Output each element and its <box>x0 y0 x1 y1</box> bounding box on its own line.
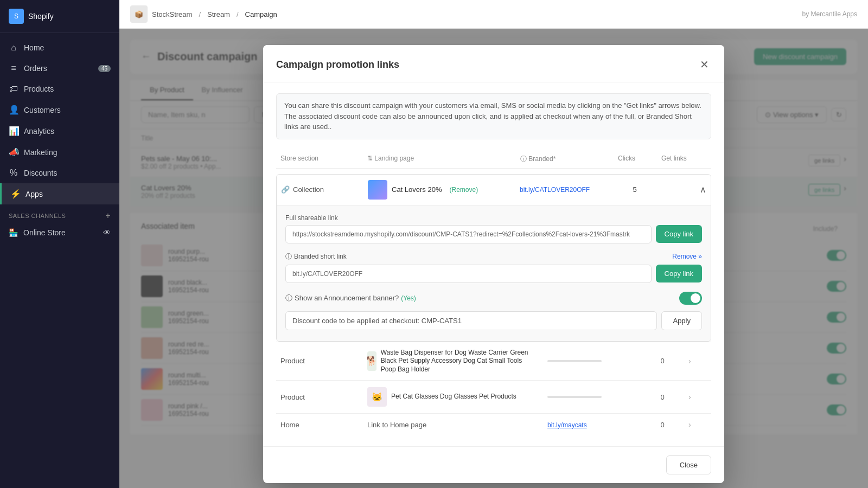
by-mercantile: by Mercantile Apps <box>802 10 857 18</box>
product-progress-1 <box>543 360 641 362</box>
home-clicks: 0 <box>641 421 684 429</box>
get-links-col: ∧ <box>656 184 711 195</box>
chevron-up-button[interactable]: ∧ <box>700 184 706 195</box>
marketing-icon: 📣 <box>9 147 18 157</box>
sidebar-item-label: Orders <box>24 64 47 73</box>
landing-page-col: Cat Lovers 20% (Remove) <box>363 180 515 200</box>
modal-footer: Close <box>263 446 724 483</box>
logo-icon: S <box>9 9 24 24</box>
sidebar-logo: S Shopify <box>0 0 119 33</box>
modal-header: Campaign promotion links ✕ <box>263 45 724 82</box>
discount-code-row: Apply <box>285 311 702 330</box>
sidebar: S Shopify ⌂ Home ≡ Orders 45 🏷 Products … <box>0 0 119 488</box>
promo-table-header: Store section ⇅ Landing page ⓘ Branded* … <box>276 150 711 169</box>
copy-branded-link-button[interactable]: Copy link <box>656 265 702 282</box>
full-link-input-row: Copy link <box>285 225 702 243</box>
sidebar-item-analytics[interactable]: 📊 Analytics <box>0 120 119 142</box>
remove-collection-link[interactable]: (Remove) <box>450 186 478 194</box>
sidebar-item-label: Customers <box>24 106 61 114</box>
branded-link[interactable]: bit.ly/CATLOVER20OFF <box>520 186 590 194</box>
banner-yes-label: (Yes) <box>401 294 416 302</box>
analytics-icon: 📊 <box>9 126 18 136</box>
col-clicks: Clicks <box>614 155 657 164</box>
expanded-section: Full shareable link Copy link ⓘ <box>277 205 711 341</box>
campaign-promotion-modal: Campaign promotion links ✕ You can share… <box>263 45 724 483</box>
product-thumb-2: 🐱 <box>367 387 387 407</box>
remove-branded-link[interactable]: Remove » <box>672 253 702 260</box>
app-icon: 📦 <box>130 5 148 23</box>
modal-description: You can share this discount campaign wit… <box>276 93 711 139</box>
product-chevron-2: › <box>684 393 711 401</box>
modal-title: Campaign promotion links <box>276 59 399 70</box>
collection-main-row: 🔗 Collection Cat Lovers 20% (Remove) <box>277 175 711 205</box>
home-branded-link[interactable]: bit.ly/maycats <box>547 421 587 429</box>
breadcrumb-stream: Stream <box>207 10 230 18</box>
col-landing-page: ⇅ Landing page <box>363 155 516 164</box>
sidebar-item-orders[interactable]: ≡ Orders 45 <box>0 58 119 79</box>
store-icon: 🏪 <box>9 228 18 237</box>
sidebar-item-label: Apps <box>25 190 43 198</box>
modal-body: You can share this discount campaign wit… <box>263 82 724 446</box>
branded-short-link-group: ⓘ Branded short link Remove » Copy link <box>285 252 702 283</box>
sidebar-item-customers[interactable]: 👤 Customers <box>0 99 119 120</box>
full-link-group: Full shareable link Copy link <box>285 214 702 243</box>
product-clicks-2: 0 <box>641 393 684 401</box>
link-icon: 🔗 <box>281 185 290 194</box>
branded-short-input-row: Copy link <box>285 265 702 283</box>
home-icon: ⌂ <box>9 43 18 53</box>
sidebar-item-home[interactable]: ⌂ Home <box>0 37 119 58</box>
add-sales-channel-icon[interactable]: + <box>105 211 111 221</box>
product-chevron-1: › <box>684 357 711 365</box>
chevron-right-icon-1[interactable]: › <box>688 357 691 365</box>
sidebar-navigation: ⌂ Home ≡ Orders 45 🏷 Products 👤 Customer… <box>0 33 119 488</box>
product-thumb-1: 🐕 <box>367 351 376 371</box>
sort-icon: ⇅ <box>367 155 373 162</box>
discount-code-input[interactable] <box>285 311 657 330</box>
sidebar-item-apps[interactable]: ⚡ Apps <box>0 183 119 204</box>
page-content: ← Discount campaign New discount campaig… <box>119 29 868 488</box>
breadcrumb-sep-2: / <box>237 10 239 18</box>
col-branded: ⓘ Branded* <box>516 155 614 164</box>
product-img-2: 🐱 <box>367 387 387 407</box>
collection-thumbnail <box>368 180 387 200</box>
breadcrumb-current: Campaign <box>245 10 277 18</box>
chevron-right-icon-2[interactable]: › <box>688 393 691 401</box>
sidebar-item-marketing[interactable]: 📣 Marketing <box>0 142 119 163</box>
modal-close-button[interactable]: ✕ <box>698 56 711 73</box>
collection-row: 🔗 Collection Cat Lovers 20% (Remove) <box>276 174 711 342</box>
product-name-1: Waste Bag Dispenser for Dog Waste Carrie… <box>381 349 539 374</box>
banner-toggle-row: ⓘ Show an Announcement banner? (Yes) <box>285 292 702 305</box>
orders-icon: ≡ <box>9 63 18 73</box>
apps-icon: ⚡ <box>10 189 20 199</box>
progress-bar-1 <box>547 360 602 362</box>
close-footer-button[interactable]: Close <box>666 455 711 474</box>
col-get-links: Get links <box>657 155 711 164</box>
copy-full-link-button[interactable]: Copy link <box>656 225 702 243</box>
full-link-input[interactable] <box>285 225 652 243</box>
products-icon: 🏷 <box>9 84 18 94</box>
sidebar-item-label: Home <box>24 43 44 52</box>
product-section-2: Product <box>276 393 363 401</box>
breadcrumb-sep-1: / <box>199 10 201 18</box>
col-store-section: Store section <box>276 155 363 164</box>
sidebar-item-online-store[interactable]: 🏪 Online Store 👁 <box>0 223 119 242</box>
apply-button[interactable]: Apply <box>661 311 702 330</box>
product-landing-2: 🐱 Pet Cat Glasses Dog Glasses Pet Produc… <box>363 387 543 407</box>
branded-short-label: ⓘ Branded short link Remove » <box>285 252 702 261</box>
product-landing-1: 🐕 Waste Bag Dispenser for Dog Waste Carr… <box>363 349 543 374</box>
home-branded: bit.ly/maycats <box>543 421 641 429</box>
sidebar-item-products[interactable]: 🏷 Products <box>0 79 119 99</box>
announcement-banner-toggle[interactable] <box>679 292 702 305</box>
product-row-2: Product 🐱 Pet Cat Glasses Dog Glasses Pe… <box>276 380 711 413</box>
discounts-icon: % <box>9 168 18 178</box>
sidebar-item-label: Online Store <box>23 228 66 237</box>
chevron-right-icon-home[interactable]: › <box>688 420 691 429</box>
progress-bar-2 <box>547 396 602 398</box>
main-content: 📦 StockStream / Stream / Campaign by Mer… <box>119 0 868 488</box>
collection-name: Cat Lovers 20% <box>392 185 442 194</box>
product-section-1: Product <box>276 357 363 365</box>
store-section-col: 🔗 Collection <box>277 185 363 194</box>
home-landing: Link to Home page <box>363 421 543 429</box>
branded-short-input[interactable] <box>285 265 652 283</box>
sidebar-item-discounts[interactable]: % Discounts <box>0 163 119 183</box>
